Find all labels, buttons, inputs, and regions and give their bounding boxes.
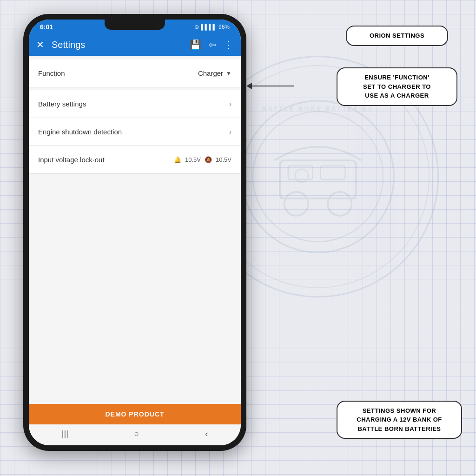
voltage-lockout-row[interactable]: Input voltage lock-out 🔔 10.5V 🔕 10.5V — [29, 146, 241, 174]
battery-settings-label: Battery settings — [38, 100, 86, 108]
function-callout-text: ENSURE 'FUNCTION'SET TO CHARGER TOUSE AS… — [363, 74, 431, 99]
voltage-alarm-on-value: 10.5V — [185, 156, 201, 163]
svg-point-1 — [253, 112, 383, 242]
function-selected-value: Charger — [198, 69, 223, 77]
engine-shutdown-row[interactable]: Engine shutdown detection › — [29, 118, 241, 146]
page-title: Settings — [52, 40, 182, 50]
signal-bars-icon: ▌▌▌▌ — [201, 24, 217, 30]
svg-point-0 — [242, 101, 394, 253]
svg-point-7 — [295, 169, 308, 182]
demo-banner-text: DEMO PRODUCT — [105, 410, 164, 418]
back-button[interactable]: ‹ — [205, 429, 208, 439]
status-time: 6:01 — [40, 23, 53, 31]
battery-icon: 96% — [218, 24, 230, 30]
callout-arrow — [246, 83, 294, 89]
function-label: Function — [38, 69, 65, 77]
function-setting-row[interactable]: Function Charger ▼ — [29, 60, 241, 87]
settings-content: Function Charger ▼ Battery settings › En… — [29, 56, 241, 404]
orion-settings-callout: ORION SETTINGS — [346, 26, 448, 46]
dropdown-arrow-icon: ▼ — [226, 70, 231, 77]
do-not-disturb-icon: ⊖ — [194, 24, 199, 30]
status-icons: ⊖ ▌▌▌▌ 96% — [194, 24, 230, 30]
svg-point-3 — [284, 192, 308, 216]
voltage-alarm-off-icon: 🔕 — [205, 156, 212, 163]
battery-settings-row[interactable]: Battery settings › — [29, 90, 241, 118]
function-value[interactable]: Charger ▼ — [198, 69, 231, 77]
phone-frame: 6:01 ⊖ ▌▌▌▌ 96% ✕ Settings 💾 ⇦ ⋮ Functio… — [23, 14, 246, 451]
voltage-lockout-values: 🔔 10.5V 🔕 10.5V — [174, 156, 231, 163]
arrow-head-icon — [246, 83, 252, 89]
voltage-lockout-label: Input voltage lock-out — [38, 156, 105, 164]
engine-shutdown-label: Engine shutdown detection — [38, 128, 122, 136]
nav-bar: ||| ○ ‹ — [29, 424, 241, 445]
close-button[interactable]: ✕ — [36, 39, 44, 50]
voltage-alarm-off-value: 10.5V — [216, 156, 231, 163]
voltage-alarm-on-icon: 🔔 — [174, 156, 181, 163]
svg-point-4 — [328, 192, 351, 216]
watermark-vehicle-icon: BATTLE BORN BATTERIES — [237, 95, 399, 258]
function-callout: ENSURE 'FUNCTION'SET TO CHARGER TOUSE AS… — [337, 67, 457, 106]
svg-rect-5 — [288, 166, 313, 179]
share-button[interactable]: ⇦ — [209, 39, 217, 50]
save-button[interactable]: 💾 — [190, 39, 201, 50]
battery-settings-chevron-icon: › — [229, 100, 231, 108]
phone-notch — [105, 20, 165, 30]
phone-screen: 6:01 ⊖ ▌▌▌▌ 96% ✕ Settings 💾 ⇦ ⋮ Functio… — [29, 20, 241, 445]
settings-note-text: SETTINGS SHOWN FORCHARGING A 12V BANK OF… — [357, 407, 442, 432]
home-button[interactable]: ○ — [134, 429, 139, 439]
arrow-shaft — [252, 86, 294, 86]
app-header: ✕ Settings 💾 ⇦ ⋮ — [29, 33, 241, 56]
demo-banner: DEMO PRODUCT — [29, 404, 241, 424]
recents-button[interactable]: ||| — [62, 429, 68, 439]
svg-rect-6 — [321, 166, 345, 179]
more-options-button[interactable]: ⋮ — [224, 39, 233, 50]
settings-note-callout: SETTINGS SHOWN FORCHARGING A 12V BANK OF… — [337, 401, 462, 439]
orion-settings-text: ORION SETTINGS — [370, 32, 424, 39]
svg-text:BATTLE BORN BATTERIES: BATTLE BORN BATTERIES — [262, 105, 374, 112]
engine-shutdown-chevron-icon: › — [229, 128, 231, 136]
